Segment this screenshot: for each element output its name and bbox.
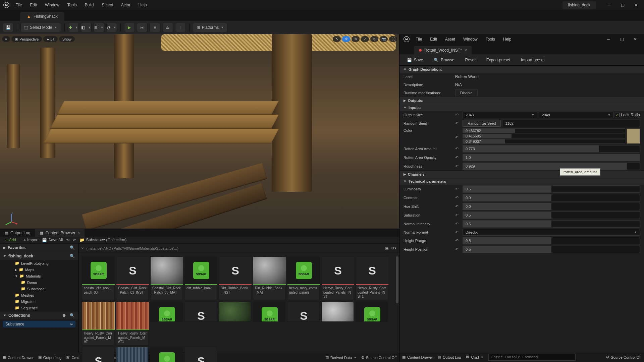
platforms-button[interactable]: ⊞ Platforms ▼ xyxy=(193,23,228,32)
close-tab-icon[interactable]: × xyxy=(77,230,80,235)
select-tool-button[interactable]: ↖ xyxy=(333,36,341,42)
normal-format-dropdown[interactable]: DirectX▼ xyxy=(463,229,640,236)
show-button[interactable]: Show xyxy=(59,36,75,42)
reset-icon[interactable]: ↶ xyxy=(455,187,461,191)
sub-menu-window[interactable]: Window xyxy=(459,37,482,42)
sub-source-control-button[interactable]: ⊘ Source Control Off xyxy=(606,355,641,359)
camera-button[interactable]: 📷 xyxy=(380,36,388,42)
asset-item[interactable]: SHeavy_Rusty_Corrugated_Panels_INST xyxy=(321,256,354,300)
reset-button[interactable]: Reset xyxy=(460,56,480,64)
rotten-amount-slider[interactable]: 0.773 xyxy=(463,145,640,153)
asset-item[interactable]: S xyxy=(82,347,114,362)
output-log-button[interactable]: ▤ Output Log xyxy=(38,355,61,360)
camera-speed-button[interactable]: ⛭ xyxy=(370,36,378,42)
color-g-slider[interactable]: 0.415595 xyxy=(463,134,625,138)
asset-item[interactable]: SBSARcoastal_cliff_rock_patch_03 xyxy=(82,256,114,300)
tree-materials[interactable]: ▼📁Materials xyxy=(0,273,78,279)
reset-icon[interactable]: ↶ xyxy=(455,204,461,209)
output-width-dropdown[interactable]: 2048▼ xyxy=(463,112,537,118)
height-position-slider[interactable]: 0.5 xyxy=(463,246,640,253)
technical-header[interactable]: ▼Technical parameters xyxy=(399,178,644,185)
content-drawer-button[interactable]: ▦ Content Drawer xyxy=(3,355,34,360)
asset-item[interactable]: SBSAR xyxy=(150,347,183,362)
sub-console-input[interactable] xyxy=(488,354,576,361)
menu-build[interactable]: Build xyxy=(81,3,98,7)
rotate-tool-button[interactable]: ↻ xyxy=(352,36,360,42)
outputs-header[interactable]: ▶Outputs: xyxy=(399,97,644,104)
color-swatch[interactable] xyxy=(627,128,640,144)
sub-maximize-button[interactable]: ▢ xyxy=(615,34,629,44)
tree-demo[interactable]: 📁Demo xyxy=(0,279,78,286)
close-icon[interactable]: × xyxy=(465,48,467,53)
reset-icon[interactable]: ↶ xyxy=(455,155,461,160)
tree-migrated[interactable]: 📁Migrated xyxy=(0,298,78,305)
move-tool-button[interactable]: ✥ xyxy=(342,36,350,42)
disable-button[interactable]: Disable xyxy=(455,89,478,96)
tab-content-browser[interactable]: ▦Content Browser× xyxy=(35,229,85,237)
lock-ratio-checkbox[interactable] xyxy=(615,113,620,117)
asset-item[interactable]: Heavy_Rusty_Corrugated_Panels_MAT1 xyxy=(116,302,149,345)
reset-icon[interactable]: ↶ xyxy=(455,222,461,226)
add-content-button[interactable]: ✚▼ xyxy=(68,23,79,32)
menu-select[interactable]: Select xyxy=(98,3,117,7)
roughness-slider[interactable]: 0.929 xyxy=(463,163,640,170)
maximize-button[interactable]: ▢ xyxy=(616,0,629,10)
menu-actor[interactable]: Actor xyxy=(117,3,135,7)
save-level-button[interactable]: 💾 xyxy=(3,23,13,32)
saturation-slider[interactable]: 0.5 xyxy=(463,212,640,219)
seed-field[interactable]: 1162 xyxy=(502,120,640,127)
sub-cmd-dropdown[interactable]: ⌘ Cmd ▼ xyxy=(466,355,483,359)
asset-item[interactable]: S xyxy=(184,347,217,362)
asset-item[interactable]: S xyxy=(287,302,320,322)
normal-intensity-slider[interactable]: 0.5 xyxy=(463,220,640,228)
menu-window[interactable]: Window xyxy=(41,3,63,7)
search-icon[interactable]: 🔍 xyxy=(70,245,75,250)
3d-viewport[interactable]: ≡ ▣Perspective ●Lit Show ↖ ✥ ↻ ⤢ ⛭ 📷 ⛶ z… xyxy=(0,34,399,229)
reset-icon[interactable]: ↶ xyxy=(455,135,461,140)
sub-menu-edit[interactable]: Edit xyxy=(426,37,441,42)
save-filter-icon[interactable]: ▣ xyxy=(385,246,388,250)
reset-icon[interactable]: ↶ xyxy=(455,121,461,126)
import-preset-button[interactable]: Import preset xyxy=(516,56,549,64)
hue-shift-slider[interactable]: 0.0 xyxy=(463,203,640,210)
channels-header[interactable]: ▶Channels xyxy=(399,171,644,178)
stop-button[interactable]: ■ xyxy=(150,23,160,32)
height-range-slider[interactable]: 0.5 xyxy=(463,237,640,244)
reset-icon[interactable]: ↶ xyxy=(455,238,461,243)
contrast-slider[interactable]: 0.0 xyxy=(463,194,640,201)
path-breadcrumb[interactable]: 📁 Substance (Collection) xyxy=(79,238,126,242)
color-b-slider[interactable]: 0.349007 xyxy=(463,139,625,144)
asset-item[interactable]: Dirt_Rubble_Bank_MAT xyxy=(253,256,285,300)
lit-button[interactable]: ●Lit xyxy=(43,36,57,42)
graph-description-header[interactable]: ▼Graph Description: xyxy=(399,66,644,73)
perspective-button[interactable]: ▣Perspective xyxy=(11,36,42,42)
add-button[interactable]: + Add xyxy=(3,237,19,243)
reset-icon[interactable]: ↶ xyxy=(455,113,461,117)
sub-menu-asset[interactable]: Asset xyxy=(441,37,459,42)
asset-item[interactable]: S xyxy=(184,302,217,322)
asset-item[interactable]: SHeavy_Rusty_Corrugated_Panels_INST1 xyxy=(356,256,388,300)
reset-icon[interactable]: ↶ xyxy=(455,230,461,235)
randomize-seed-button[interactable]: Randomize Seed xyxy=(463,120,501,127)
minimize-button[interactable]: ─ xyxy=(602,0,616,10)
reset-icon[interactable]: ↶ xyxy=(455,164,461,169)
fullscreen-button[interactable]: ⛶ xyxy=(389,36,397,42)
tree-maps[interactable]: ▶📁Maps xyxy=(0,266,78,273)
tab-output-log[interactable]: ▤Output Log xyxy=(0,229,35,237)
export-preset-button[interactable]: Export preset xyxy=(482,56,515,64)
play-button[interactable]: ▶ xyxy=(124,23,135,32)
project-header[interactable]: ▼fishing_dock🔍 xyxy=(0,252,78,260)
color-r-slider[interactable]: 0.436782 xyxy=(463,128,625,133)
add-collection-icon[interactable]: ⊕ xyxy=(62,313,66,318)
play-options-button[interactable]: ⋮ xyxy=(175,23,186,32)
blueprint-button[interactable]: ◧▼ xyxy=(81,23,92,32)
import-button[interactable]: ↴ Import xyxy=(22,238,39,242)
menu-file[interactable]: File xyxy=(11,3,26,7)
reset-icon[interactable]: ↶ xyxy=(455,247,461,252)
reset-icon[interactable]: ↶ xyxy=(455,195,461,200)
favorites-header[interactable]: ▶Favorites🔍 xyxy=(0,244,78,252)
asset-item[interactable]: SBSARheavy_rusty_corrugated_panels xyxy=(287,256,320,300)
asset-item[interactable] xyxy=(219,302,251,322)
search-icon[interactable]: 🔍 xyxy=(70,313,75,318)
sub-menu-help[interactable]: Help xyxy=(499,37,516,42)
